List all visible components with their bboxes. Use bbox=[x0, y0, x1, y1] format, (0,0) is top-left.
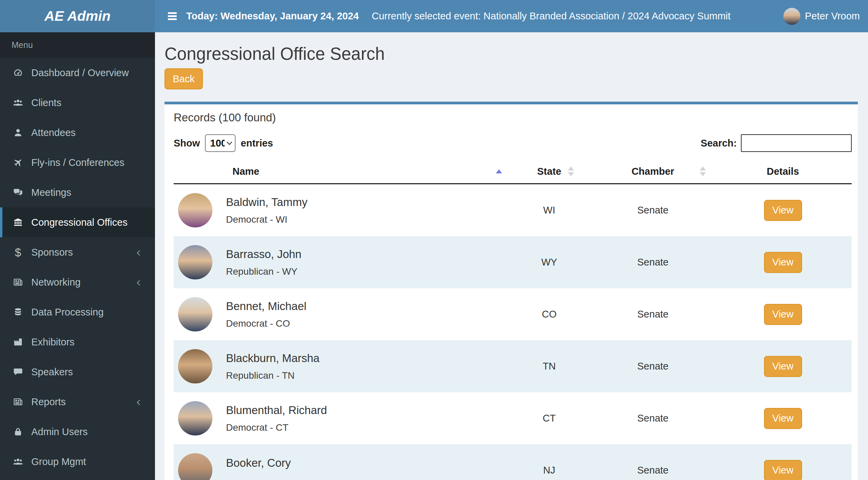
table-body: Baldwin, TammyDemocrat - WIWISenateViewB… bbox=[174, 184, 852, 480]
sidebar-item-clients[interactable]: Clients bbox=[0, 88, 155, 118]
state-cell: WI bbox=[507, 205, 592, 216]
chamber-cell: Senate bbox=[592, 413, 714, 424]
page-length-control: Show 100 entries bbox=[174, 134, 273, 152]
view-button[interactable]: View bbox=[764, 356, 802, 377]
state-cell: CT bbox=[507, 413, 592, 424]
sidebar-item-dashboard-overview[interactable]: Dashboard / Overview bbox=[0, 58, 155, 88]
senator-photo bbox=[178, 193, 212, 227]
chamber-cell: Senate bbox=[592, 257, 714, 268]
table-row: Bennet, MichaelDemocrat - COCOSenateView bbox=[174, 288, 852, 340]
table-search: Search: bbox=[701, 134, 852, 152]
sidebar-item-label: Clients bbox=[31, 97, 62, 108]
state-cell: WY bbox=[507, 257, 592, 268]
users-icon bbox=[12, 97, 24, 108]
show-label: Show bbox=[174, 138, 200, 149]
selected-event-text: Currently selected event: Nationally Bra… bbox=[372, 11, 731, 22]
sidebar-item-label: Exhibitors bbox=[31, 337, 74, 348]
sidebar-item-congressional-offices[interactable]: Congressional Offices bbox=[0, 207, 155, 237]
senator-name: Bennet, Michael bbox=[226, 300, 307, 313]
name-cell: Bennet, MichaelDemocrat - CO bbox=[174, 297, 507, 331]
sidebar-item-fly-ins-conferences[interactable]: Fly-ins / Conferences bbox=[0, 148, 155, 177]
senator-name: Baldwin, Tammy bbox=[226, 196, 308, 209]
entries-label: entries bbox=[241, 138, 273, 149]
dashboard-icon bbox=[12, 67, 24, 78]
sidebar-item-label: Attendees bbox=[31, 127, 76, 138]
state-cell: NJ bbox=[507, 465, 592, 476]
senator-photo bbox=[178, 453, 212, 480]
newspaper-icon bbox=[12, 396, 24, 407]
sidebar-item-label: Reports bbox=[31, 396, 66, 408]
senator-photo bbox=[178, 349, 212, 383]
sidebar-item-label: Admin Users bbox=[31, 426, 88, 438]
column-header-label: Details bbox=[767, 166, 799, 177]
table-row: Baldwin, TammyDemocrat - WIWISenateView bbox=[174, 184, 852, 236]
chevron-left-icon bbox=[135, 278, 143, 286]
details-cell: View bbox=[714, 460, 852, 480]
view-button[interactable]: View bbox=[764, 200, 802, 221]
name-cell: Blumenthal, RichardDemocrat - CT bbox=[174, 401, 507, 435]
table-row: Barrasso, JohnRepublican - WYWYSenateVie… bbox=[174, 236, 852, 288]
column-header-state[interactable]: State bbox=[507, 166, 592, 177]
brand-logo[interactable]: AE Admin bbox=[0, 0, 155, 32]
chevron-left-icon bbox=[135, 248, 143, 256]
column-header-chamber[interactable]: Chamber bbox=[592, 166, 714, 177]
user-menu[interactable]: Peter Vroom bbox=[783, 8, 860, 25]
details-cell: View bbox=[714, 252, 852, 273]
view-button[interactable]: View bbox=[764, 252, 802, 273]
sidebar-item-reports[interactable]: Reports bbox=[0, 387, 155, 417]
plane-icon bbox=[12, 157, 24, 168]
sidebar-item-label: Dashboard / Overview bbox=[31, 67, 129, 79]
details-cell: View bbox=[714, 356, 852, 377]
sidebar-item-attendees[interactable]: Attendees bbox=[0, 118, 155, 148]
comments-icon bbox=[12, 187, 24, 198]
senator-name: Blumenthal, Richard bbox=[226, 404, 327, 417]
sort-ascending-icon bbox=[496, 169, 502, 173]
main-content: Congressional Office Search Back Records… bbox=[155, 32, 868, 480]
lock-icon bbox=[12, 426, 24, 437]
name-cell: Booker, Cory bbox=[174, 453, 507, 480]
sidebar-item-networking[interactable]: Networking bbox=[0, 267, 155, 297]
search-input[interactable] bbox=[741, 134, 852, 152]
chevron-left-icon bbox=[135, 398, 143, 406]
sidebar-item-label: Sponsors bbox=[31, 247, 73, 258]
name-cell: Barrasso, JohnRepublican - WY bbox=[174, 245, 507, 279]
sidebar-toggle-button[interactable] bbox=[166, 8, 179, 23]
sidebar-item-group-mgmt[interactable]: Group Mgmt bbox=[0, 447, 155, 477]
sidebar-item-meetings[interactable]: Meetings bbox=[0, 177, 155, 207]
column-header-label: Name bbox=[232, 166, 259, 177]
industry-icon bbox=[12, 337, 24, 347]
senator-party-state: Democrat - CT bbox=[226, 422, 327, 433]
sidebar-item-sponsors[interactable]: $Sponsors bbox=[0, 237, 155, 267]
name-cell: Baldwin, TammyDemocrat - WI bbox=[174, 193, 507, 227]
column-header-details: Details bbox=[714, 166, 852, 177]
sidebar-item-speakers[interactable]: Speakers bbox=[0, 357, 155, 387]
search-label: Search: bbox=[701, 138, 737, 149]
back-button[interactable]: Back bbox=[164, 68, 203, 89]
sort-unsorted-icon bbox=[700, 167, 706, 176]
senator-name: Blackburn, Marsha bbox=[226, 352, 319, 365]
state-cell: TN bbox=[507, 361, 592, 372]
user-avatar bbox=[783, 8, 800, 25]
details-cell: View bbox=[714, 408, 852, 429]
database-icon bbox=[12, 307, 24, 318]
sidebar: AE Admin Menu Dashboard / OverviewClient… bbox=[0, 0, 155, 480]
state-cell: CO bbox=[507, 309, 592, 320]
dollar-icon: $ bbox=[12, 247, 24, 258]
page-length-select[interactable]: 100 bbox=[205, 134, 236, 152]
records-heading: Records (100 found) bbox=[174, 111, 852, 124]
sidebar-item-exhibitors[interactable]: Exhibitors bbox=[0, 327, 155, 357]
view-button[interactable]: View bbox=[764, 304, 802, 325]
table-row: Booker, CoryNJSenateView bbox=[174, 444, 852, 480]
view-button[interactable]: View bbox=[764, 408, 802, 429]
senator-photo bbox=[178, 297, 212, 331]
today-text: Today: Wednesday, January 24, 2024 bbox=[186, 11, 359, 22]
sidebar-item-data-processing[interactable]: Data Processing bbox=[0, 297, 155, 327]
column-header-label: State bbox=[537, 166, 561, 177]
table-controls: Show 100 entries Search: bbox=[174, 134, 852, 152]
user-icon bbox=[12, 127, 24, 138]
senator-party-state: Democrat - CO bbox=[226, 318, 307, 329]
view-button[interactable]: View bbox=[764, 460, 802, 480]
column-header-name[interactable]: Name bbox=[174, 166, 507, 177]
senator-party-state: Democrat - WI bbox=[226, 214, 308, 225]
sidebar-item-admin-users[interactable]: Admin Users bbox=[0, 417, 155, 447]
